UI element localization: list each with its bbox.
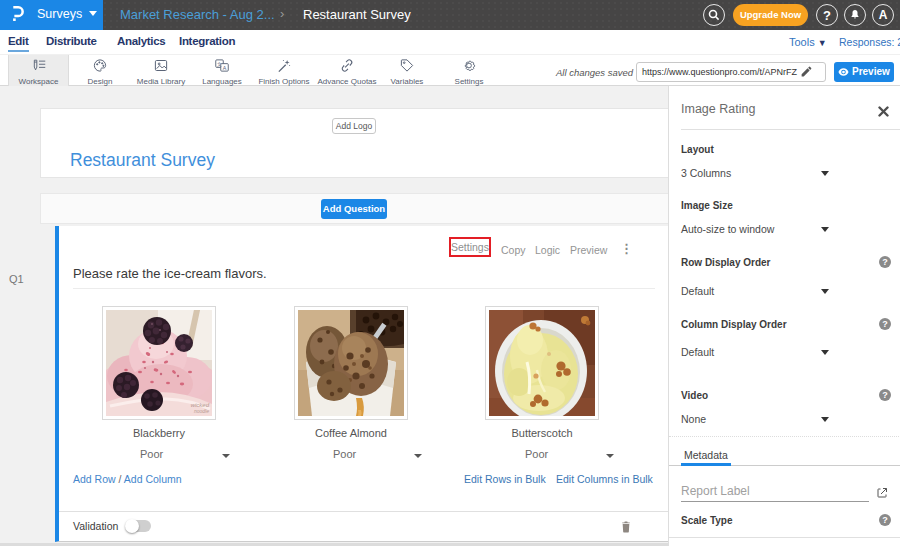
svg-text:A: A — [223, 65, 227, 71]
svg-text:noodle: noodle — [194, 408, 209, 414]
svg-text:文: 文 — [217, 61, 222, 67]
